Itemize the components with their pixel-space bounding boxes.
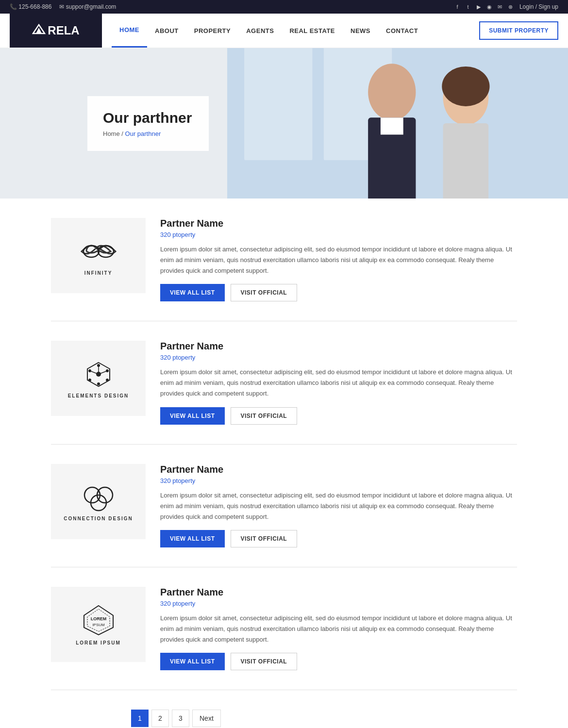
lorem-logo-svg: LOREM IPSUM [77,603,120,637]
youtube-icon[interactable]: ▶ [475,3,483,11]
svg-text:IPSUM: IPSUM [92,623,105,627]
hero-title: Our parthner [103,110,193,126]
logo-text: RELA [48,24,79,37]
svg-point-11 [442,66,489,106]
partner-count-4: 320 ptoperty [160,600,517,607]
partner-buttons-1: VIEW ALL LIST VISIT OFFICIAL [160,284,517,301]
partner-count-3: 320 ptoperty [160,477,517,484]
partner-buttons-3: VIEW ALL LIST VISIT OFFICIAL [160,530,517,547]
partner-card-1: INFINITY Partner Name 320 ptoperty Lorem… [51,218,517,321]
topbar: 📞 125-668-886 ✉ suppor@gmail.com f t ▶ ◉… [0,0,568,14]
main-content: INFINITY Partner Name 320 ptoperty Lorem… [41,199,527,728]
mail-icon[interactable]: ✉ [496,3,504,11]
hero-section: Our parthner Home / Our parthner [0,48,568,199]
partner-logo-1: INFINITY [51,218,146,293]
breadcrumb: Home / Our parthner [103,130,193,137]
topbar-contact-info: 📞 125-668-886 ✉ suppor@gmail.com [10,3,116,10]
partner-info-4: Partner Name 320 ptoperty Lorem ipsum do… [160,587,517,670]
partner-card-3: CONNECTION DESIGN Partner Name 320 ptope… [51,464,517,567]
partner-buttons-2: VIEW ALL LIST VISIT OFFICIAL [160,407,517,425]
svg-point-19 [97,382,100,385]
infinity-label: INFINITY [84,270,113,276]
svg-rect-10 [443,123,489,199]
svg-text:LOREM: LOREM [90,616,106,621]
social-icons: f t ▶ ◉ ✉ ⊗ [453,3,515,11]
partner-name-2: Partner Name [160,341,517,352]
elements-logo-svg [77,359,120,390]
hero-content: Our parthner Home / Our parthner [87,96,209,151]
partner-name-1: Partner Name [160,218,517,229]
lorem-label: LOREM IPSUM [76,640,121,645]
svg-point-20 [88,379,91,381]
instagram-icon[interactable]: ◉ [485,3,493,11]
pagination: 1 2 3 Next [131,710,517,727]
svg-point-6 [368,64,416,120]
partner-logo-4: LOREM IPSUM LOREM IPSUM [51,587,146,662]
partner-name-3: Partner Name [160,464,517,475]
breadcrumb-separator: / [121,130,125,137]
connection-label: CONNECTION DESIGN [64,516,133,521]
main-nav: HOME ABOUT PROPERTY AGENTS REAL ESTATE N… [112,14,558,48]
view-all-list-button-2[interactable]: VIEW ALL LIST [160,407,225,425]
svg-rect-8 [381,117,403,134]
breadcrumb-current: Our parthner [125,130,161,137]
partner-info-3: Partner Name 320 ptoperty Lorem ipsum do… [160,464,517,547]
header: RELA HOME ABOUT PROPERTY AGENTS REAL EST… [0,14,568,48]
nav-news[interactable]: NEWS [343,14,378,48]
elements-label: ELEMENTS DESIGN [68,393,129,398]
email-address: suppor@gmail.com [66,3,117,10]
partner-desc-1: Lorem ipsum dolor sit amet, consectetur … [160,244,517,276]
hero-background [227,48,568,199]
phone-icon: 📞 [10,3,17,10]
visit-official-button-3[interactable]: VISIT OFFICIAL [231,530,298,547]
partner-count-2: 320 ptoperty [160,354,517,361]
twitter-icon[interactable]: t [464,3,472,11]
partner-count-1: 320 ptoperty [160,231,517,238]
svg-point-18 [106,379,109,381]
view-all-list-button-3[interactable]: VIEW ALL LIST [160,530,225,547]
infinity-logo-svg [77,236,120,267]
logo-icon [32,24,46,37]
nav-real-estate[interactable]: REAL ESTATE [282,14,343,48]
partner-desc-2: Lorem ipsum dolor sit amet, consectetur … [160,367,517,399]
partner-desc-3: Lorem ipsum dolor sit amet, consectetur … [160,490,517,522]
nav-property[interactable]: PROPERTY [186,14,239,48]
logo[interactable]: RELA [32,24,79,37]
page-button-1[interactable]: 1 [131,710,149,727]
partner-info-1: Partner Name 320 ptoperty Lorem ipsum do… [160,218,517,301]
partner-card-2: ELEMENTS DESIGN Partner Name 320 ptopert… [51,341,517,444]
phone-number: 125-668-886 [18,3,51,10]
partner-name-4: Partner Name [160,587,517,598]
visit-official-button-2[interactable]: VISIT OFFICIAL [231,407,298,425]
partner-desc-4: Lorem ipsum dolor sit amet, consectetur … [160,613,517,645]
nav-contact[interactable]: CONTACT [378,14,426,48]
email-icon: ✉ [59,3,64,10]
page-button-2[interactable]: 2 [151,710,169,727]
visit-official-button-1[interactable]: VISIT OFFICIAL [231,284,298,301]
email-info: ✉ suppor@gmail.com [59,3,116,10]
partner-info-2: Partner Name 320 ptoperty Lorem ipsum do… [160,341,517,424]
submit-property-button[interactable]: SUBMIT PROPERTY [479,21,558,40]
phone-info: 📞 125-668-886 [10,3,51,10]
login-link[interactable]: Login / Sign up [519,3,558,10]
view-all-list-button-4[interactable]: VIEW ALL LIST [160,653,225,670]
partner-logo-2: ELEMENTS DESIGN [51,341,146,416]
nav-agents[interactable]: AGENTS [238,14,282,48]
rss-icon[interactable]: ⊗ [507,3,515,11]
facebook-icon[interactable]: f [453,3,461,11]
topbar-right: f t ▶ ◉ ✉ ⊗ Login / Sign up [453,3,558,11]
page-button-3[interactable]: 3 [172,710,189,727]
connection-logo-svg [77,481,120,513]
page-next-button[interactable]: Next [192,710,221,727]
partner-logo-3: CONNECTION DESIGN [51,464,146,539]
nav-home[interactable]: HOME [112,14,147,48]
svg-rect-4 [244,48,312,160]
partner-card-4: LOREM IPSUM LOREM IPSUM Partner Name 320… [51,587,517,690]
hero-people-illustration [227,48,568,199]
breadcrumb-home[interactable]: Home [103,130,120,137]
nav-about[interactable]: ABOUT [147,14,186,48]
partner-buttons-4: VIEW ALL LIST VISIT OFFICIAL [160,653,517,670]
logo-area: RELA [10,14,102,48]
view-all-list-button-1[interactable]: VIEW ALL LIST [160,284,225,301]
visit-official-button-4[interactable]: VISIT OFFICIAL [231,653,298,670]
